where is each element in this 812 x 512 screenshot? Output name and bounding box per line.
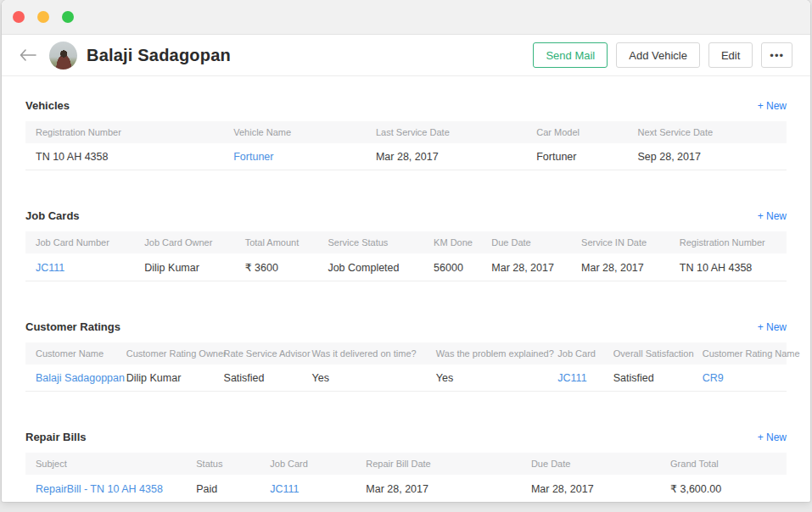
section-job-cards: Job Cards + New Job Card Number Job Card… (25, 209, 787, 281)
column-header: Job Card Number (25, 231, 134, 253)
back-button[interactable] (20, 49, 36, 61)
table-cell: Dilip Kumar (116, 365, 214, 392)
cell-link[interactable]: JC111 (270, 483, 299, 495)
table-cell: Fortuner (223, 143, 366, 170)
column-header: Job Card Owner (134, 231, 234, 253)
column-header: Job Card (260, 453, 356, 475)
column-header: Repair Bill Date (356, 453, 521, 475)
table-cell: ₹ 3600 (235, 253, 318, 281)
cell-link[interactable]: Fortuner (233, 151, 273, 163)
table-cell: ₹ 3,600.00 (660, 475, 787, 502)
vehicles-table: Registration Number Vehicle Name Last Se… (25, 121, 787, 170)
column-header: Rate Service Advisor (214, 342, 302, 365)
table-cell: Yes (426, 365, 548, 392)
column-header: Registration Number (25, 121, 223, 143)
table-cell: Satisfied (603, 365, 692, 392)
table-cell: Sep 28, 2017 (628, 143, 787, 170)
column-header: Registration Number (669, 231, 787, 253)
customer-ratings-new-button[interactable]: + New (758, 321, 787, 333)
repair-bills-new-button[interactable]: + New (758, 431, 787, 443)
window-close-button[interactable] (13, 11, 25, 23)
table-cell: Fortuner (526, 143, 627, 170)
table-cell: Mar 28, 2017 (481, 253, 571, 281)
column-header: Customer Rating Owner (116, 342, 214, 365)
table-header-row: Customer Name Customer Rating Owner Rate… (25, 342, 787, 365)
avatar (49, 42, 77, 70)
column-header: Job Card (547, 342, 602, 365)
record-detail-content: Vehicles + New Registration Number Vehic… (2, 76, 810, 502)
section-repair-bills: Repair Bills + New Subject Status Job Ca… (25, 431, 787, 502)
table-cell: Job Completed (317, 253, 423, 281)
customer-ratings-table: Customer Name Customer Rating Owner Rate… (25, 342, 787, 392)
add-vehicle-button[interactable]: Add Vehicle (616, 42, 700, 68)
more-actions-button[interactable]: ••• (761, 42, 792, 68)
record-header: Balaji Sadagopan Send Mail Add Vehicle E… (2, 35, 810, 76)
table-header-row: Registration Number Vehicle Name Last Se… (25, 121, 787, 143)
column-header: Status (186, 453, 260, 475)
column-header: Overall Satisfaction (603, 342, 692, 365)
table-cell: Yes (302, 365, 426, 392)
column-header: Last Service Date (366, 121, 526, 143)
cell-link[interactable]: Balaji Sadagoppan (36, 372, 125, 384)
table-cell: Dilip Kumar (134, 253, 234, 281)
section-title: Repair Bills (25, 431, 87, 443)
column-header: Service IN Date (571, 231, 669, 253)
vehicles-new-button[interactable]: + New (758, 100, 787, 112)
column-header: Was it delivered on time? (302, 342, 426, 365)
section-customer-ratings: Customer Ratings + New Customer Name Cus… (25, 320, 787, 392)
job-cards-new-button[interactable]: + New (758, 210, 787, 222)
table-cell: Mar 28, 2017 (571, 253, 669, 281)
column-header: Customer Rating Name (692, 342, 787, 365)
cell-link[interactable]: CR9 (703, 372, 724, 384)
column-header: Next Service Date (628, 121, 787, 143)
column-header: Service Status (317, 231, 423, 253)
page-title: Balaji Sadagopan (87, 46, 231, 65)
table-header-row: Job Card Number Job Card Owner Total Amo… (25, 231, 787, 253)
table-cell: Mar 28, 2017 (356, 475, 521, 502)
job-cards-table: Job Card Number Job Card Owner Total Amo… (25, 231, 787, 281)
repair-bills-table: Subject Status Job Card Repair Bill Date… (25, 453, 787, 502)
table-cell: 56000 (423, 253, 481, 281)
section-title: Customer Ratings (25, 320, 120, 333)
column-header: Car Model (526, 121, 627, 143)
cell-link[interactable]: JC111 (557, 372, 586, 384)
column-header: Grand Total (660, 453, 787, 475)
section-title: Job Cards (25, 209, 80, 222)
table-cell: Balaji Sadagoppan (25, 365, 116, 392)
column-header: Due Date (481, 231, 571, 253)
column-header: Was the problem explained? (426, 342, 548, 365)
section-vehicles: Vehicles + New Registration Number Vehic… (25, 99, 787, 170)
column-header: Customer Name (25, 342, 116, 365)
table-cell: RepairBill - TN 10 AH 4358 (25, 475, 186, 502)
table-row[interactable]: JC111 Dilip Kumar ₹ 3600 Job Completed 5… (25, 253, 787, 281)
back-arrow-icon (20, 49, 36, 61)
table-header-row: Subject Status Job Card Repair Bill Date… (25, 453, 787, 475)
send-mail-button[interactable]: Send Mail (533, 42, 608, 68)
table-cell: JC111 (25, 253, 134, 281)
ellipsis-icon: ••• (770, 49, 784, 62)
column-header: Total Amount (235, 231, 318, 253)
header-actions: Send Mail Add Vehicle Edit ••• (533, 42, 792, 68)
column-header: Vehicle Name (223, 121, 366, 143)
cell-link[interactable]: RepairBill - TN 10 AH 4358 (36, 483, 163, 495)
app-window: Balaji Sadagopan Send Mail Add Vehicle E… (2, 0, 810, 502)
column-header: KM Done (423, 231, 481, 253)
table-cell: Mar 28, 2017 (366, 143, 526, 170)
table-cell: TN 10 AH 4358 (25, 143, 223, 170)
table-cell: Satisfied (214, 365, 302, 392)
column-header: Due Date (521, 453, 660, 475)
desktop-background: Balaji Sadagopan Send Mail Add Vehicle E… (0, 0, 812, 512)
cell-link[interactable]: JC111 (36, 262, 64, 274)
table-cell: Mar 28, 2017 (521, 475, 660, 502)
window-maximize-button[interactable] (62, 11, 74, 23)
table-row[interactable]: TN 10 AH 4358 Fortuner Mar 28, 2017 Fort… (25, 143, 787, 170)
table-cell: JC111 (260, 475, 356, 502)
table-cell: CR9 (692, 365, 787, 392)
table-row[interactable]: Balaji Sadagoppan Dilip Kumar Satisfied … (25, 365, 787, 392)
table-cell: TN 10 AH 4358 (669, 253, 787, 281)
table-row[interactable]: RepairBill - TN 10 AH 4358 Paid JC111 Ma… (25, 475, 787, 502)
edit-button[interactable]: Edit (708, 42, 753, 68)
window-minimize-button[interactable] (37, 11, 49, 23)
table-cell: JC111 (547, 365, 602, 392)
table-cell: Paid (186, 475, 260, 502)
